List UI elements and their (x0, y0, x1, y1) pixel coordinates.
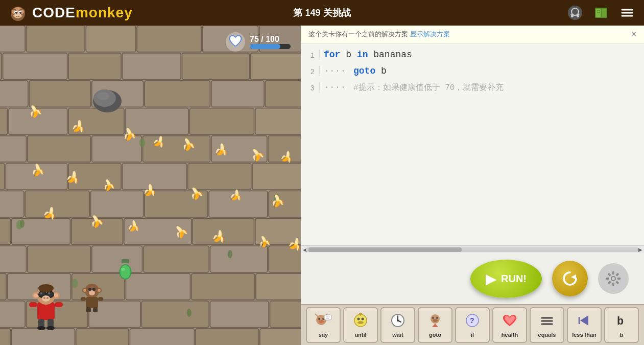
svg-point-165 (319, 320, 324, 323)
svg-point-113 (121, 265, 131, 279)
map-button[interactable] (592, 4, 610, 22)
svg-point-12 (18, 16, 20, 17)
keyword-in: in (357, 50, 368, 60)
settings-button[interactable] (598, 263, 629, 294)
line-content-3[interactable]: ···· #提示：如果健康值低于 70，就需要补充 (319, 82, 644, 93)
menu-button[interactable] (618, 4, 636, 22)
svg-point-10 (19, 12, 21, 14)
svg-rect-145 (86, 297, 98, 308)
wait-icon (389, 313, 407, 330)
svg-rect-31 (86, 26, 135, 52)
svg-rect-40 (251, 53, 301, 80)
svg-text:b: b (617, 315, 624, 328)
health-numbers: 75 / 100 (250, 35, 279, 44)
solution-banner: 这个关卡你有一个之前的解决方案 显示解决方案 × (301, 26, 644, 43)
svg-point-169 (354, 314, 367, 327)
toolbar-equals[interactable]: equals (530, 307, 564, 343)
toolbar-health[interactable]: health (492, 307, 527, 343)
svg-rect-99 (196, 329, 259, 345)
reset-icon (560, 268, 580, 289)
if-label: if (471, 332, 474, 338)
line-content-1[interactable]: for b in bananas (319, 50, 644, 60)
reset-button[interactable] (552, 261, 588, 296)
var-b: b (346, 50, 351, 60)
code-line-1[interactable]: 1 for b in bananas (301, 49, 644, 65)
svg-point-110 (97, 92, 109, 100)
code-line-2[interactable]: 2 ···· goto b (301, 65, 644, 81)
health-bar-area: 75 / 100 (225, 32, 291, 52)
svg-rect-36 (3, 53, 67, 80)
rock-obstacle (92, 87, 123, 114)
svg-text:?: ? (470, 316, 474, 325)
svg-point-102 (20, 220, 25, 228)
banana-item: 🍌 (270, 193, 285, 209)
until-icon (351, 313, 370, 330)
svg-rect-37 (68, 53, 121, 80)
toolbar-b[interactable]: b b (604, 307, 639, 343)
solution-banner-text: 这个关卡你有一个之前的解决方案 (308, 30, 408, 38)
svg-rect-100 (260, 329, 301, 345)
equals-icon (538, 313, 556, 330)
svg-rect-44 (145, 81, 210, 107)
toolbar-until[interactable]: until (343, 307, 378, 343)
svg-rect-46 (265, 81, 301, 107)
svg-point-126 (48, 292, 50, 294)
toolbar-goto[interactable]: goto (418, 307, 452, 343)
svg-rect-98 (130, 329, 194, 345)
goto-label: goto (429, 332, 441, 338)
svg-point-106 (72, 279, 78, 288)
scroll-right-arrow[interactable]: ▶ (636, 246, 644, 254)
header-icons (566, 4, 636, 22)
svg-point-142 (89, 290, 95, 295)
close-banner-button[interactable]: × (632, 30, 636, 39)
svg-rect-161 (608, 273, 611, 277)
svg-rect-146 (81, 297, 86, 301)
line-content-2[interactable]: ···· goto b (319, 66, 644, 76)
toolbar-if[interactable]: ? if (455, 307, 490, 343)
svg-point-119 (34, 293, 38, 297)
logo-icon (8, 3, 28, 23)
svg-rect-32 (137, 26, 201, 52)
b-icon: b (612, 313, 631, 330)
toolbar-less-than[interactable]: less than (567, 307, 602, 343)
svg-rect-97 (76, 329, 129, 345)
svg-rect-156 (617, 278, 621, 280)
toolbar-wait[interactable]: wait (380, 307, 415, 343)
code-scrollbar[interactable]: ◀ ▶ (301, 245, 644, 253)
banana-item: 🍌 (127, 219, 141, 233)
svg-rect-157 (615, 281, 619, 284)
svg-point-105 (228, 250, 232, 258)
level-title: 第 149 关挑战 (293, 7, 350, 19)
line-number-3: 3 (301, 82, 319, 93)
svg-point-164 (322, 318, 324, 320)
svg-rect-47 (0, 108, 8, 135)
run-controls-area: ▶ RUN! (301, 253, 644, 304)
code-line-3[interactable]: 3 ···· #提示：如果健康值低于 70，就需要补充 (301, 81, 644, 98)
goto-icon (426, 313, 444, 330)
svg-rect-87 (192, 273, 255, 300)
audio-button[interactable] (566, 4, 584, 22)
svg-marker-151 (571, 274, 576, 280)
if-icon: ? (463, 313, 482, 330)
svg-point-114 (121, 268, 125, 271)
svg-point-107 (187, 309, 192, 317)
svg-rect-92 (141, 301, 209, 328)
svg-rect-159 (608, 281, 611, 284)
logo-text: CODEmonkey (32, 5, 133, 21)
show-solution-link[interactable]: 显示解决方案 (410, 30, 450, 38)
logo-area: CODEmonkey (8, 3, 133, 23)
scrollbar-thumb[interactable] (308, 247, 462, 252)
svg-point-153 (612, 277, 615, 280)
svg-rect-80 (144, 246, 209, 272)
header: CODEmonkey 第 149 关挑战 (0, 0, 644, 26)
run-button[interactable]: ▶ RUN! (470, 260, 542, 298)
svg-rect-35 (0, 53, 2, 80)
svg-rect-95 (0, 329, 10, 345)
svg-point-128 (43, 297, 45, 299)
svg-rect-131 (29, 302, 37, 307)
toolbar-say[interactable]: say (306, 307, 341, 343)
svg-point-172 (357, 321, 364, 324)
svg-point-129 (46, 297, 49, 299)
code-editor[interactable]: 1 for b in bananas 2 ···· goto (301, 43, 644, 245)
game-area: 🍌 🍌 🍌 🍌 🍌 🍌 🍌 🍌 🍌 🍌 🍌 🍌 🍌 🍌 🍌 🍌 🍌 🍌 🍌 🍌 … (0, 26, 301, 345)
